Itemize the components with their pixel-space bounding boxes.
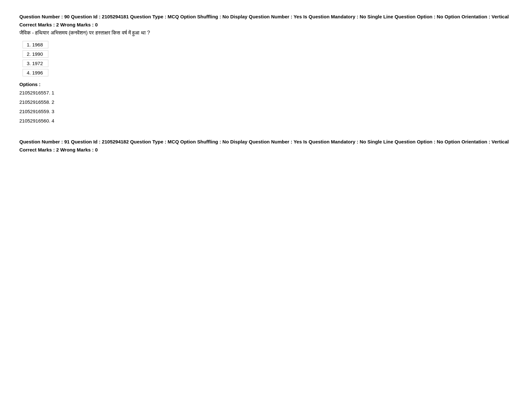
option-id-4: 21052916560. 4	[19, 116, 513, 125]
option-4: 4. 1996	[23, 69, 48, 76]
question-91-block: Question Number : 91 Question Id : 21052…	[19, 138, 513, 152]
option-id-3: 21052916559. 3	[19, 107, 513, 116]
option-1: 1. 1968	[23, 41, 48, 48]
option-id-1: 21052916557. 1	[19, 88, 513, 97]
question-90-options-list: 1. 1968 2. 1990 3. 1972 4. 1996	[23, 41, 513, 76]
question-91-meta: Question Number : 91 Question Id : 21052…	[19, 138, 513, 146]
option-2: 2. 1990	[23, 50, 48, 58]
option-id-2: 21052916558. 2	[19, 98, 513, 106]
question-91-marks: Correct Marks : 2 Wrong Marks : 0	[19, 147, 513, 152]
question-90-text: जैविक - हथियार अभिसमय (कनवेंशन) पर हस्ता…	[19, 30, 513, 36]
options-label-90: Options :	[19, 82, 513, 87]
question-90-meta: Question Number : 90 Question Id : 21052…	[19, 13, 513, 21]
question-90-block: Question Number : 90 Question Id : 21052…	[19, 13, 513, 125]
option-3: 3. 1972	[23, 60, 48, 67]
option-ids-90: 21052916557. 1 21052916558. 2 2105291655…	[19, 88, 513, 125]
question-90-marks: Correct Marks : 2 Wrong Marks : 0	[19, 22, 513, 27]
